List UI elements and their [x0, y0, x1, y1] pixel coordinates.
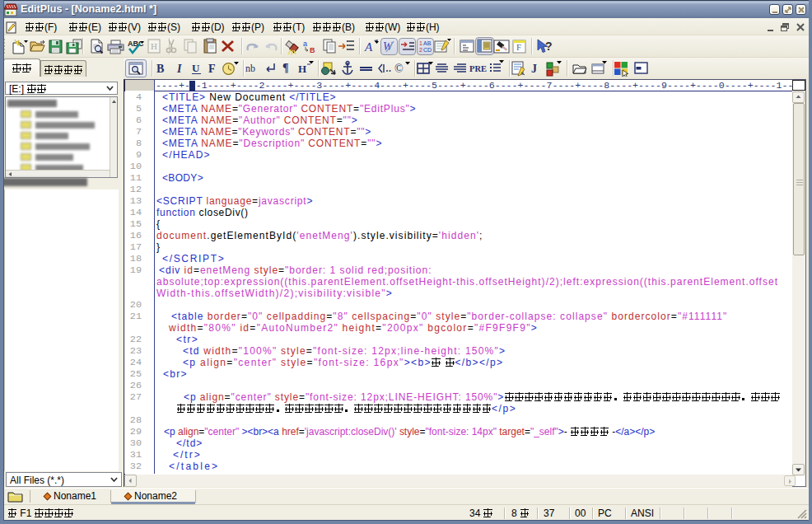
svg-text:AB: AB: [423, 40, 432, 46]
svg-text:a: a: [303, 40, 307, 48]
svg-text:1: 1: [419, 40, 422, 46]
svg-text:©: ©: [394, 63, 404, 75]
svg-text:W: W: [383, 40, 394, 53]
svg-text:H: H: [151, 41, 157, 51]
svg-text:I: I: [176, 63, 182, 75]
svg-text:PRE: PRE: [469, 64, 487, 73]
svg-text:¶: ¶: [282, 62, 289, 74]
svg-text:CD: CD: [423, 47, 432, 53]
svg-text:B: B: [156, 63, 164, 75]
svg-text:nb: nb: [245, 63, 255, 74]
svg-text:U: U: [192, 62, 200, 74]
svg-text:ABC: ABC: [128, 40, 144, 48]
svg-text:H: H: [298, 63, 306, 75]
svg-text:B: B: [310, 46, 315, 54]
svg-text:A: A: [364, 40, 373, 54]
svg-text:F: F: [516, 42, 521, 52]
svg-text:2: 2: [419, 47, 422, 53]
svg-text:J: J: [531, 63, 537, 75]
svg-text:?: ?: [545, 40, 553, 53]
svg-text:F: F: [208, 63, 216, 75]
